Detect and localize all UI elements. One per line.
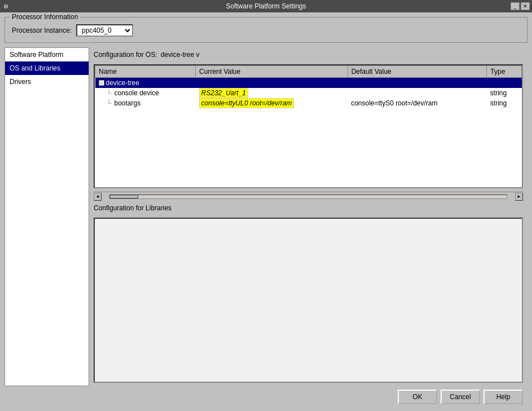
row-type xyxy=(487,78,522,89)
tree-table: Name Current Value Default Value Type − xyxy=(95,65,522,108)
highlighted-value: console=ttyUL0 root=/dev/ram xyxy=(199,98,294,108)
row-name: console device xyxy=(115,89,159,97)
scroll-left-arrow[interactable]: ◄ xyxy=(94,193,102,201)
col-header-default-value: Default Value xyxy=(348,66,487,78)
titlebar-controls: _ ✕ xyxy=(511,2,530,10)
row-current-value: RS232_Uart_1 xyxy=(196,88,348,98)
content-area: Software Platform OS and Libraries Drive… xyxy=(5,47,527,386)
row-name: bootargs xyxy=(115,99,141,107)
col-header-current-value: Current Value xyxy=(196,66,348,78)
row-type: string xyxy=(487,98,522,108)
row-current-value: console=ttyUL0 root=/dev/ram xyxy=(196,98,348,108)
col-header-name: Name xyxy=(95,66,196,78)
sidebar-item-os-and-libraries[interactable]: OS and Libraries xyxy=(5,61,89,75)
row-current-value xyxy=(196,78,348,89)
row-default-value xyxy=(348,78,487,89)
config-os-value: device-tree v xyxy=(161,51,200,59)
processor-instance-label: Processor Instance: xyxy=(12,26,72,34)
processor-instance-select[interactable]: ppc405_0 ppc405_1 xyxy=(76,24,133,37)
help-button[interactable]: Help xyxy=(483,390,523,404)
row-name: device-tree xyxy=(106,79,139,87)
config-os-label: Configuration for OS: xyxy=(94,51,157,59)
scrollbar-thumb[interactable] xyxy=(110,195,138,198)
sidebar-item-software-platform[interactable]: Software Platform xyxy=(5,48,89,61)
table-row[interactable]: └ console device RS232_Uart_1 string xyxy=(95,88,522,98)
processor-group-legend: Processor Information xyxy=(10,13,80,21)
tree-branch-icon: └ xyxy=(107,89,115,97)
close-button[interactable]: ✕ xyxy=(521,2,530,10)
row-type: string xyxy=(487,88,522,98)
sidebar-item-drivers[interactable]: Drivers xyxy=(5,75,89,89)
config-libraries-header: Configuration for Libraries xyxy=(94,204,523,212)
horizontal-scrollbar[interactable]: ◄ ► xyxy=(94,192,523,201)
processor-row: Processor Instance: ppc405_0 ppc405_1 xyxy=(12,24,520,37)
button-row: OK Cancel Help xyxy=(5,386,527,406)
titlebar-title: Software Platform Settings xyxy=(226,2,306,10)
processor-select-wrapper[interactable]: ppc405_0 ppc405_1 xyxy=(76,24,133,37)
ok-button[interactable]: OK xyxy=(398,390,437,404)
cancel-button[interactable]: Cancel xyxy=(441,390,480,404)
minimize-button[interactable]: _ xyxy=(511,2,520,10)
config-os-header: Configuration for OS: device-tree v xyxy=(94,51,523,59)
tree-expand-icon[interactable]: − xyxy=(99,80,104,86)
row-default-value xyxy=(348,88,487,98)
highlighted-value: RS232_Uart_1 xyxy=(199,88,248,98)
scroll-right-arrow[interactable]: ► xyxy=(515,193,523,201)
processor-group: Processor Information Processor Instance… xyxy=(5,17,527,43)
tree-table-container[interactable]: Name Current Value Default Value Type − xyxy=(94,64,523,188)
tree-branch-icon: └ xyxy=(107,99,115,107)
sidebar: Software Platform OS and Libraries Drive… xyxy=(5,47,89,386)
row-name-cell: └ console device xyxy=(95,88,196,98)
table-row[interactable]: └ bootargs console=ttyUL0 root=/dev/ram … xyxy=(95,98,522,108)
row-name-cell: − device-tree xyxy=(95,78,196,89)
titlebar: ⚙ Software Platform Settings _ ✕ xyxy=(0,0,532,12)
table-row[interactable]: − device-tree xyxy=(95,78,522,89)
main-panel: Configuration for OS: device-tree v Name… xyxy=(89,47,527,386)
app-icon: ⚙ xyxy=(3,3,8,10)
row-default-value: console=ttyS0 root=/dev/ram xyxy=(348,98,487,108)
main-window: Processor Information Processor Instance… xyxy=(0,12,532,411)
row-name-cell: └ bootargs xyxy=(95,98,196,108)
scrollbar-track[interactable] xyxy=(109,195,507,199)
col-header-type: Type xyxy=(487,66,522,78)
config-libraries-box xyxy=(94,218,523,383)
